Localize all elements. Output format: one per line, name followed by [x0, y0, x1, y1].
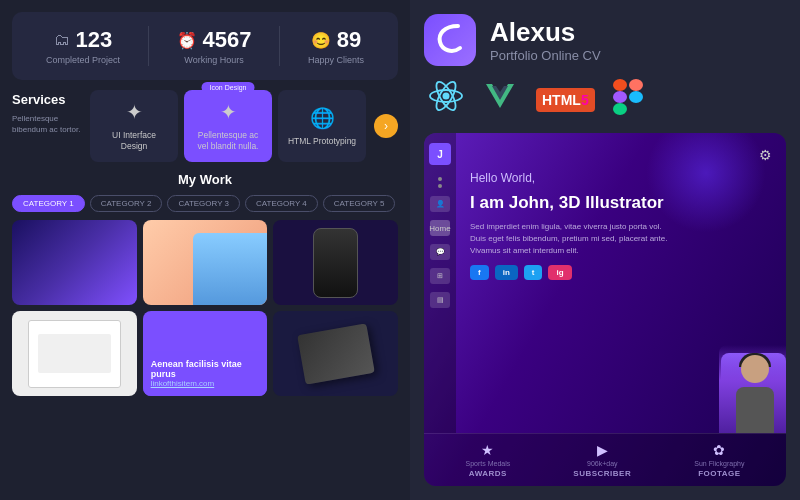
card-top-bar: ⚙ — [470, 147, 772, 163]
services-section: Services Pellentesque bibendum ac tortor… — [12, 90, 398, 162]
card2-label: Pellentesque ac vel blandit nulla. — [192, 130, 264, 152]
facebook-button[interactable]: f — [470, 265, 489, 280]
services-title: Services — [12, 92, 82, 107]
footage-label: FOOTAGE — [698, 469, 740, 478]
nav-dot-2 — [438, 184, 442, 188]
portfolio-item-3[interactable] — [273, 220, 398, 305]
card2-icon: ✦ — [220, 100, 237, 124]
clients-label: Happy Clients — [308, 55, 364, 65]
settings-icon[interactable]: ⚙ — [759, 147, 772, 163]
divider-2 — [279, 26, 280, 66]
clients-number: 89 — [337, 27, 361, 53]
card2-tag: Icon Design — [202, 82, 255, 93]
nav-grid-icon[interactable]: ⊞ — [430, 268, 450, 284]
card1-icon: ✦ — [126, 100, 143, 124]
portfolio-item-1[interactable] — [12, 220, 137, 305]
category-tab-1[interactable]: CATEGORY 1 — [12, 195, 85, 212]
card-stat-awards: ★ Sports Medals AWARDS — [466, 442, 511, 478]
hours-icon: ⏰ — [177, 31, 197, 50]
nav-dot-group — [438, 177, 442, 188]
svg-rect-9 — [629, 91, 643, 103]
completed-number: 123 — [76, 27, 113, 53]
linkedin-button[interactable]: in — [495, 265, 518, 280]
overlay-link[interactable]: linkofthisitem.com — [151, 379, 260, 388]
brand-header: Alexus Portfolio Online CV — [424, 14, 786, 66]
person-head — [741, 355, 769, 383]
nav-chat-icon[interactable]: 💬 — [430, 244, 450, 260]
portfolio-item-6[interactable] — [273, 311, 398, 396]
service-card-2[interactable]: Icon Design ✦ Pellentesque ac vel blandi… — [184, 90, 272, 162]
completed-label: Completed Project — [46, 55, 120, 65]
stat-hours: ⏰ 4567 Working Hours — [177, 27, 252, 65]
stat-completed: 🗂 123 Completed Project — [46, 27, 120, 65]
service-card-1[interactable]: ✦ UI Interface Design — [90, 90, 178, 162]
footage-icon: ✿ — [713, 442, 725, 458]
mywork-title: My Work — [12, 172, 398, 187]
html5-icon: HTML5 — [536, 88, 595, 112]
card-stats-row: ★ Sports Medals AWARDS ▶ 906k+day SUBSCR… — [424, 433, 786, 486]
portfolio-item-4[interactable] — [12, 311, 137, 396]
category-tabs: CATEGORY 1 CATEGORY 2 CATEGORY 3 CATEGOR… — [12, 195, 398, 212]
tech-stack-row: HTML5 — [424, 78, 786, 121]
brand-name: Alexus — [490, 17, 601, 48]
stat-clients: 😊 89 Happy Clients — [308, 27, 364, 65]
react-icon — [428, 78, 464, 121]
nav-dot-1 — [438, 177, 442, 181]
card3-label: HTML Prototyping — [288, 136, 356, 147]
nav-logo-letter[interactable]: J — [429, 143, 451, 165]
avatar-person — [719, 345, 786, 433]
brand-logo — [424, 14, 476, 66]
portfolio-grid: Aenean facilisis vitae purus linkofthisi… — [12, 220, 398, 396]
card1-label: UI Interface Design — [98, 130, 170, 152]
cv-card: J 👤 Home 💬 ⊞ ▤ ⚙ Hello World — [424, 133, 786, 486]
left-panel: 🗂 123 Completed Project ⏰ 4567 Working H… — [0, 0, 410, 500]
subscriber-label: SUBSCRIBER — [573, 469, 631, 478]
svg-rect-8 — [613, 91, 627, 103]
card-greeting: Hello World, — [470, 171, 772, 185]
subscriber-sub: 906k+day — [587, 460, 618, 467]
category-tab-4[interactable]: CATEGORY 4 — [245, 195, 318, 212]
services-next-button[interactable]: › — [374, 114, 398, 138]
svg-rect-10 — [613, 103, 627, 115]
card-sidebar-nav: J 👤 Home 💬 ⊞ ▤ — [424, 133, 456, 433]
subscriber-icon: ▶ — [597, 442, 608, 458]
avatar-container — [716, 343, 786, 433]
brand-text-block: Alexus Portfolio Online CV — [490, 17, 601, 63]
hours-label: Working Hours — [184, 55, 243, 65]
completed-icon: 🗂 — [54, 31, 70, 49]
nav-person-icon[interactable]: 👤 — [430, 196, 450, 212]
instagram-button[interactable]: ig — [548, 265, 571, 280]
hours-number: 4567 — [203, 27, 252, 53]
portfolio-item-5[interactable]: Aenean facilisis vitae purus linkofthisi… — [143, 311, 268, 396]
service-card-3[interactable]: 🌐 HTML Prototyping — [278, 90, 366, 162]
card3-icon: 🌐 — [310, 106, 335, 130]
person-body — [736, 387, 774, 433]
twitter-button[interactable]: t — [524, 265, 543, 280]
overlay-title: Aenean facilisis vitae purus — [151, 359, 260, 379]
social-row: f in t ig — [470, 265, 772, 280]
brand-tagline: Portfolio Online CV — [490, 48, 601, 63]
nav-home-item[interactable]: Home — [430, 220, 450, 236]
category-tab-5[interactable]: CATEGORY 5 — [323, 195, 396, 212]
nav-list-icon[interactable]: ▤ — [430, 292, 450, 308]
card-stat-subscriber: ▶ 906k+day SUBSCRIBER — [573, 442, 631, 478]
awards-label: AWARDS — [469, 469, 507, 478]
card-content: ⚙ Hello World, I am John, 3D Illustrator… — [456, 133, 786, 433]
services-label-block: Services Pellentesque bibendum ac tortor… — [12, 90, 82, 162]
awards-icon: ★ — [481, 442, 494, 458]
svg-rect-7 — [629, 79, 643, 91]
clients-icon: 😊 — [311, 31, 331, 50]
category-tab-2[interactable]: CATEGORY 2 — [90, 195, 163, 212]
portfolio-item-2[interactable] — [143, 220, 268, 305]
card-description: Sed imperdiet enim ligula, vitae viverra… — [470, 221, 670, 257]
category-tab-3[interactable]: CATEGORY 3 — [167, 195, 240, 212]
service-cards: ✦ UI Interface Design Icon Design ✦ Pell… — [90, 90, 366, 162]
divider-1 — [148, 26, 149, 66]
footage-sub: Sun Flickgraphy — [694, 460, 744, 467]
main-wrapper: 🗂 123 Completed Project ⏰ 4567 Working H… — [0, 0, 800, 500]
right-panel: Alexus Portfolio Online CV — [410, 0, 800, 500]
svg-rect-6 — [613, 79, 627, 91]
card-stat-footage: ✿ Sun Flickgraphy FOOTAGE — [694, 442, 744, 478]
awards-sub: Sports Medals — [466, 460, 511, 467]
svg-point-0 — [443, 93, 450, 100]
